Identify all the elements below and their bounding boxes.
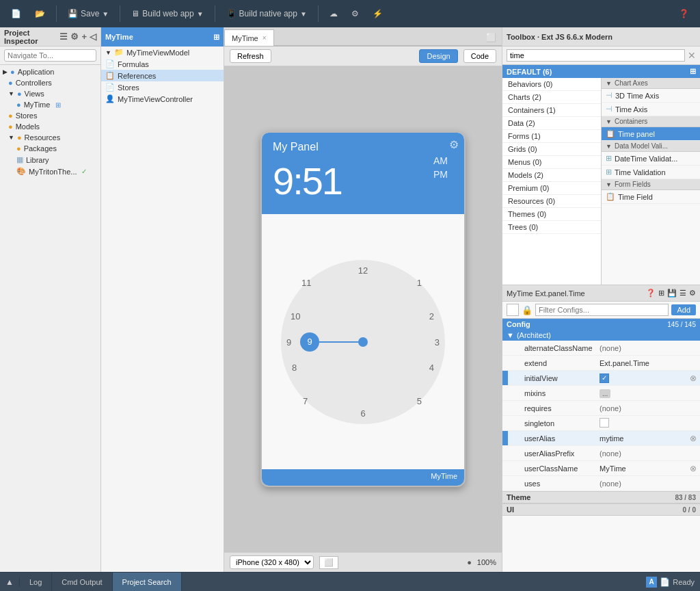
build-web-button[interactable]: 🖥 Build web app ▼	[126, 6, 208, 21]
zoom-value: 100%	[477, 558, 496, 566]
pi-item-mytheme[interactable]: 🎨 MyTritonThe... ✓	[0, 166, 100, 177]
tab-mytime[interactable]: MyTime ×	[224, 29, 274, 46]
clear-userclassname[interactable]: ⊗	[686, 464, 700, 473]
name-singleton: singleton	[522, 418, 597, 429]
data-model-label: Data Model Vali...	[615, 142, 668, 150]
settings-icon[interactable]: ⚙	[70, 31, 79, 42]
name-requires: requires	[522, 403, 597, 414]
tb-charts[interactable]: Charts (2)	[502, 91, 601, 104]
config-add-button[interactable]: Add	[671, 304, 696, 315]
pi-item-models[interactable]: ● Models	[0, 121, 100, 132]
name-useralias: userAlias	[522, 433, 597, 444]
tb-behaviors[interactable]: Behaviors (0)	[502, 78, 601, 91]
phone-header: My Panel ⚙ 9:51 AM PM	[262, 133, 464, 214]
tb-containers[interactable]: Containers (1)	[502, 104, 601, 117]
axis-icon: ⊣	[606, 91, 612, 100]
config-gear-icon[interactable]: ⚙	[689, 289, 696, 298]
toolbox-search-input[interactable]	[507, 49, 685, 62]
toolbox-copy-icon[interactable]: ⊞	[690, 67, 696, 76]
add-icon[interactable]: +	[81, 31, 87, 42]
clock-num-11: 11	[301, 278, 311, 288]
tb-menus[interactable]: Menus (0)	[502, 156, 601, 169]
tb-premium[interactable]: Premium (0)	[502, 182, 601, 195]
tab-mytime-label: MyTime	[232, 34, 258, 42]
list-icon[interactable]: ☰	[59, 31, 68, 42]
tb-time-field[interactable]: 📋 Time Field	[602, 190, 700, 204]
mytime-badge: ⊞	[55, 101, 61, 109]
tb-section-chart-axes: ▼ Chart Axes	[602, 78, 700, 89]
pi-item-controllers[interactable]: ● Controllers	[0, 77, 100, 88]
tb-resources[interactable]: Resources (0)	[502, 195, 601, 208]
hour-indicator[interactable]: 9	[300, 332, 319, 352]
val-singleton[interactable]	[597, 417, 700, 430]
project-search-button[interactable]: Project Search	[113, 573, 182, 591]
tab-maximize[interactable]: ⬜	[481, 30, 502, 46]
tb-trees[interactable]: Trees (0)	[502, 221, 601, 234]
build-native-button[interactable]: 📱 Build native app ▼	[221, 6, 312, 21]
ft-stores[interactable]: 📄 Stores	[101, 81, 224, 93]
tb-forms[interactable]: Forms (1)	[502, 130, 601, 143]
device-selector[interactable]: iPhone (320 x 480)	[230, 555, 314, 569]
tb-datetime-validation[interactable]: ⊞ DateTime Validat...	[602, 152, 700, 166]
config-save-icon[interactable]: 💾	[667, 289, 677, 298]
tb-time-panel[interactable]: 📋 Time panel	[602, 127, 700, 141]
config-title: MyTime Ext.panel.Time	[507, 289, 585, 298]
form-fields-label: Form Fields	[615, 181, 651, 188]
tab-close-icon[interactable]: ×	[262, 34, 267, 42]
pi-item-resources[interactable]: ▼ ● Resources	[0, 132, 100, 143]
tb-time-axis[interactable]: ⊣ Time Axis	[602, 103, 700, 116]
save-caret-icon: ▼	[102, 10, 109, 18]
settings-button[interactable]: ⚙	[346, 6, 364, 21]
tb-3d-time-axis[interactable]: ⊣ 3D Time Axis	[602, 89, 700, 103]
collapse-icon[interactable]: ◁	[90, 31, 96, 42]
config-help-icon[interactable]: ❓	[646, 289, 656, 298]
pi-item-stores[interactable]: ● Stores	[0, 110, 100, 121]
help-button[interactable]: ❓	[673, 6, 695, 21]
clear-useralias[interactable]: ⊗	[686, 434, 700, 443]
ft-references[interactable]: 📋 References	[101, 70, 224, 81]
default-count-label: DEFAULT (6)	[507, 68, 552, 76]
design-button[interactable]: Design	[419, 49, 457, 63]
singleton-checkbox[interactable]	[600, 418, 609, 428]
save-button[interactable]: 💾 Save ▼	[62, 6, 114, 21]
config-copy-icon[interactable]: ⊞	[658, 289, 664, 298]
toolbox-clear-icon[interactable]: ✕	[688, 50, 696, 61]
log-button[interactable]: Log	[20, 573, 52, 591]
open-folder-button[interactable]: 📂	[29, 6, 51, 21]
phone-gear-icon[interactable]: ⚙	[449, 138, 459, 151]
pi-item-packages[interactable]: ● Packages	[0, 143, 100, 154]
tb-themes[interactable]: Themes (0)	[502, 208, 601, 221]
tb-models[interactable]: Models (2)	[502, 169, 601, 182]
pi-item-views[interactable]: ▼ ● Views	[0, 88, 100, 99]
status-expand-btn[interactable]: ▲	[0, 577, 20, 587]
config-list-icon[interactable]: ☰	[679, 289, 686, 298]
tb-time-validation[interactable]: ⊞ Time Validation	[602, 166, 700, 179]
ft-mytime-viewmodel[interactable]: ▼ 📁 MyTimeViewModel	[101, 47, 224, 58]
tb-data[interactable]: Data (2)	[502, 117, 601, 130]
new-file-button[interactable]: 📄	[5, 6, 27, 21]
models-indicator: ●	[8, 122, 13, 131]
refresh-button[interactable]: Refresh	[230, 49, 271, 63]
navigate-to-input[interactable]	[4, 49, 96, 62]
pi-item-application[interactable]: ▶ ● Application	[0, 66, 100, 77]
packages-label: Packages	[24, 144, 57, 153]
clear-initialview[interactable]: ⊗	[686, 373, 700, 383]
config-checkbox[interactable]	[507, 304, 519, 316]
ft-viewcontroller[interactable]: 👤 MyTimeViewController	[101, 93, 224, 105]
time-panel-label: Time panel	[618, 130, 655, 138]
cmd-output-button[interactable]: Cmd Output	[52, 573, 112, 591]
lightning-button[interactable]: ⚡	[367, 6, 388, 21]
device-portrait-button[interactable]: ⬜	[319, 556, 338, 569]
config-row-requires: requires (none)	[502, 401, 700, 416]
file-tree-expand[interactable]: ⊞	[213, 33, 219, 42]
pi-item-library[interactable]: ▦ Library	[0, 154, 100, 166]
references-icon: 📋	[105, 71, 115, 80]
pi-item-mytime[interactable]: ● MyTime ⊞	[0, 99, 100, 110]
ft-formulas[interactable]: 📄 Formulas	[101, 58, 224, 70]
tb-grids[interactable]: Grids (0)	[502, 143, 601, 156]
config-filter-input[interactable]	[535, 304, 669, 316]
val-initialview[interactable]: ✓	[597, 372, 686, 384]
initialview-checkbox[interactable]: ✓	[600, 373, 609, 383]
code-button[interactable]: Code	[463, 49, 496, 63]
cloud-button[interactable]: ☁	[324, 6, 343, 21]
